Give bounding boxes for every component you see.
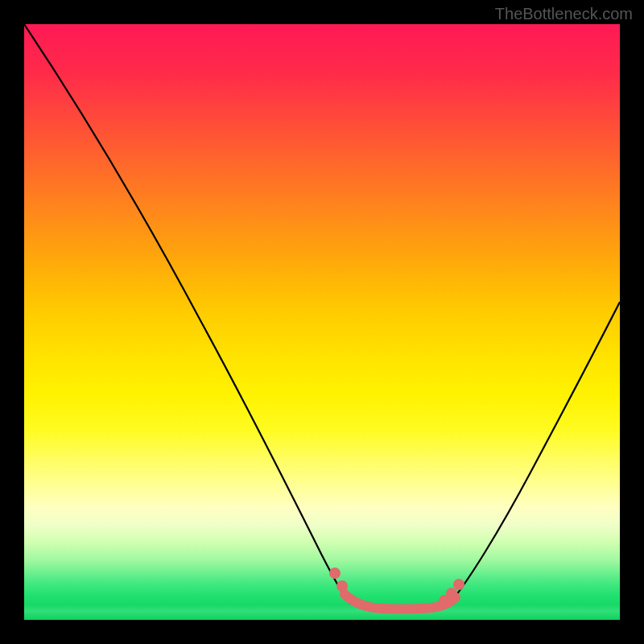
left-curve-line [24, 24, 350, 604]
marker-dot [453, 579, 464, 590]
watermark-text: TheBottleneck.com [495, 5, 633, 23]
chart-svg [24, 24, 620, 620]
right-curve-line [449, 302, 620, 604]
marker-dot [329, 568, 341, 579]
marker-dot [446, 588, 457, 599]
marker-dot [336, 580, 348, 592]
